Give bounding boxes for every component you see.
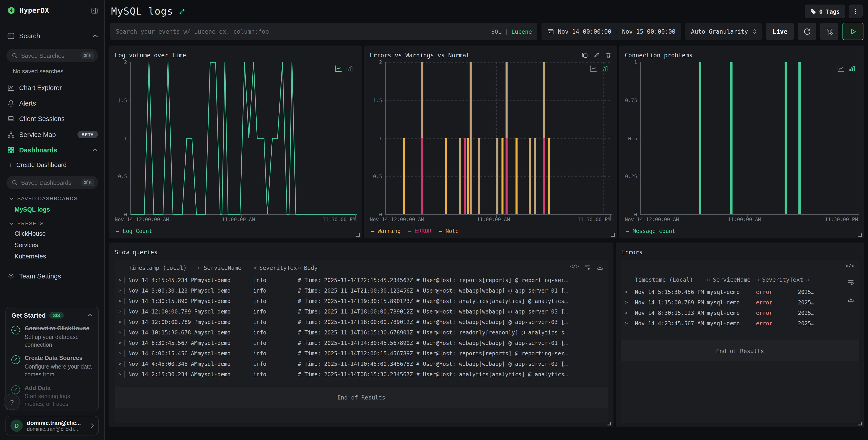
dashboard-menu-button[interactable]: ⋮ bbox=[849, 5, 863, 18]
log-row[interactable]: >Nov 14 12:00:00.789 PMmysql-demoinfo# T… bbox=[115, 306, 608, 317]
log-row[interactable]: >Nov 14 4:15:45.234 PMmysql-demoinfo# Ti… bbox=[115, 275, 608, 285]
column-timestamp[interactable]: Timestamp (Local) bbox=[635, 276, 707, 283]
log-row[interactable]: >Nov 14 3:00:30.123 PMmysql-demoinfo# Ti… bbox=[115, 285, 608, 296]
get-started-item-connect[interactable]: ✓ Connect to ClickHouse Set up your data… bbox=[11, 325, 93, 349]
preset-link-clickhouse[interactable]: ClickHouse bbox=[0, 228, 104, 239]
saved-searches-field[interactable] bbox=[21, 52, 78, 59]
granularity-select[interactable]: Auto Granularity bbox=[686, 23, 762, 40]
legend-item[interactable]: —Warning bbox=[371, 228, 401, 234]
dashboard-link-mysql-logs[interactable]: MySQL logs bbox=[0, 203, 104, 216]
legend-item[interactable]: —Note bbox=[439, 228, 459, 234]
preset-link-kubernetes[interactable]: Kubernetes bbox=[0, 251, 104, 262]
saved-dashboards-input[interactable]: ⌘K bbox=[6, 176, 98, 189]
line-view-icon[interactable] bbox=[837, 65, 844, 72]
chevron-up-icon[interactable] bbox=[92, 34, 98, 38]
expand-row-icon[interactable]: > bbox=[621, 289, 631, 295]
column-severitytext[interactable]: ⠿SeverityText⠿ bbox=[756, 276, 810, 283]
chart-plot-area[interactable] bbox=[640, 62, 859, 215]
saved-searches-input[interactable]: ⌘K bbox=[6, 49, 98, 62]
log-row[interactable]: >Nov 14 8:30:45.567 AMmysql-demoinfo# Ti… bbox=[115, 338, 608, 348]
expand-row-icon[interactable]: > bbox=[115, 350, 125, 357]
column-servicename[interactable]: ⠿ServiceName bbox=[198, 264, 253, 271]
drag-handle-icon[interactable]: ⠿ bbox=[198, 265, 201, 270]
sidebar-item-dashboards[interactable]: Dashboards bbox=[0, 142, 104, 158]
expand-row-icon[interactable]: > bbox=[115, 340, 125, 346]
log-row[interactable]: >Nov 14 5:15:30.456 PMmysql-demoerror202… bbox=[621, 287, 859, 297]
sql-toggle[interactable]: SQL bbox=[491, 28, 501, 35]
log-row[interactable]: >Nov 14 8:30:15.123 AMmysql-demoerror202… bbox=[621, 308, 859, 318]
download-icon[interactable] bbox=[847, 296, 854, 303]
legend-item[interactable]: —Log Count bbox=[116, 228, 152, 234]
event-search-box[interactable]: SQL | Lucene bbox=[110, 23, 537, 40]
log-row[interactable]: >Nov 14 12:00:00.789 PMmysql-demoinfo# T… bbox=[115, 317, 608, 327]
resize-handle[interactable] bbox=[608, 422, 611, 426]
edit-title-icon[interactable] bbox=[179, 8, 186, 15]
view-source-icon[interactable]: </> bbox=[570, 264, 579, 270]
saved-dashboards-section[interactable]: SAVED DASHBOARDS bbox=[0, 191, 104, 203]
expand-row-icon[interactable]: > bbox=[115, 329, 125, 336]
download-icon[interactable] bbox=[596, 264, 603, 270]
column-timestamp[interactable]: Timestamp (Local) bbox=[128, 264, 198, 271]
drag-handle-icon[interactable]: ⠿ bbox=[298, 265, 301, 270]
sidebar-item-team-settings[interactable]: Team Settings bbox=[0, 268, 104, 284]
expand-row-icon[interactable]: > bbox=[621, 320, 631, 327]
expand-row-icon[interactable]: > bbox=[621, 310, 631, 316]
filter-button[interactable] bbox=[820, 23, 838, 40]
edit-panel-icon[interactable] bbox=[593, 52, 600, 58]
lucene-toggle[interactable]: Lucene bbox=[512, 28, 532, 35]
drag-handle-icon[interactable]: ⠿ bbox=[806, 277, 809, 282]
presets-section[interactable]: PRESETS bbox=[0, 216, 104, 228]
resize-handle[interactable] bbox=[356, 233, 360, 237]
resize-handle[interactable] bbox=[611, 233, 615, 237]
sidebar-collapse-icon[interactable] bbox=[91, 7, 98, 14]
bar-view-icon[interactable] bbox=[601, 65, 608, 72]
sidebar-item-client-sessions[interactable]: Client Sessions bbox=[0, 111, 104, 127]
expand-row-icon[interactable]: > bbox=[115, 308, 125, 315]
sidebar-item-chart-explorer[interactable]: Chart Explorer bbox=[0, 80, 104, 96]
legend-item[interactable]: —ERROR bbox=[408, 228, 432, 234]
saved-dashboards-field[interactable] bbox=[21, 179, 78, 186]
log-row[interactable]: >Nov 14 4:23:45.567 AMmysql-demoerror202… bbox=[621, 318, 859, 329]
drag-handle-icon[interactable]: ⠿ bbox=[756, 277, 760, 282]
delete-panel-icon[interactable] bbox=[605, 52, 612, 58]
chart-plot-area[interactable] bbox=[130, 62, 356, 215]
resize-handle[interactable] bbox=[859, 233, 862, 237]
legend-item[interactable]: —Message count bbox=[626, 228, 675, 234]
expand-row-icon[interactable]: > bbox=[115, 277, 125, 283]
create-dashboard-button[interactable]: + Create Dashboard bbox=[0, 158, 104, 171]
bar-view-icon[interactable] bbox=[346, 65, 353, 72]
text-wrap-icon[interactable] bbox=[847, 279, 854, 286]
drag-handle-icon[interactable]: ⠿ bbox=[707, 277, 710, 282]
view-source-icon[interactable]: </> bbox=[845, 263, 854, 269]
get-started-item-add-data[interactable]: ✓ Add Data Start sending logs, metrics, … bbox=[11, 384, 93, 408]
sidebar-item-search[interactable]: Search bbox=[0, 28, 104, 44]
drag-handle-icon[interactable]: ⠿ bbox=[253, 265, 257, 270]
sidebar-item-service-map[interactable]: Service Map BETA bbox=[0, 127, 104, 142]
column-body[interactable]: ⠿Body bbox=[298, 264, 608, 271]
preset-link-services[interactable]: Services bbox=[0, 239, 104, 251]
log-row[interactable]: >Nov 14 10:15:30.678 AMmysql-demoinfo# T… bbox=[115, 327, 608, 338]
expand-row-icon[interactable]: > bbox=[621, 299, 631, 306]
expand-row-icon[interactable]: > bbox=[115, 287, 125, 294]
column-servicename[interactable]: ⠿ServiceName bbox=[707, 276, 756, 283]
live-button[interactable]: Live bbox=[766, 23, 794, 40]
bar-view-icon[interactable] bbox=[848, 65, 855, 72]
expand-row-icon[interactable]: > bbox=[115, 371, 125, 377]
log-row[interactable]: >Nov 14 6:00:15.456 AMmysql-demoinfo# Ti… bbox=[115, 348, 608, 359]
chart-plot-area[interactable] bbox=[385, 62, 612, 215]
log-row[interactable]: >Nov 14 4:45:00.345 AMmysql-demoinfo# Ti… bbox=[115, 359, 608, 369]
refresh-button[interactable] bbox=[798, 23, 816, 40]
expand-row-icon[interactable]: > bbox=[115, 319, 125, 325]
text-wrap-icon[interactable] bbox=[584, 264, 591, 270]
duplicate-panel-icon[interactable] bbox=[582, 52, 588, 58]
line-view-icon[interactable] bbox=[590, 65, 597, 72]
user-menu[interactable]: D dominic.tran@clic... dominic.tran@clic… bbox=[5, 416, 99, 435]
sidebar-item-alerts[interactable]: Alerts bbox=[0, 96, 104, 111]
log-row[interactable]: >Nov 14 1:15:00.789 PMmysql-demoerror202… bbox=[621, 297, 859, 308]
run-query-button[interactable] bbox=[842, 23, 863, 40]
tags-button[interactable]: 0 Tags bbox=[805, 5, 845, 18]
chevron-up-icon[interactable] bbox=[87, 313, 93, 317]
get-started-header[interactable]: Get Started 3/3 bbox=[11, 312, 93, 319]
help-button[interactable]: ? bbox=[4, 394, 20, 410]
line-view-icon[interactable] bbox=[335, 65, 342, 72]
